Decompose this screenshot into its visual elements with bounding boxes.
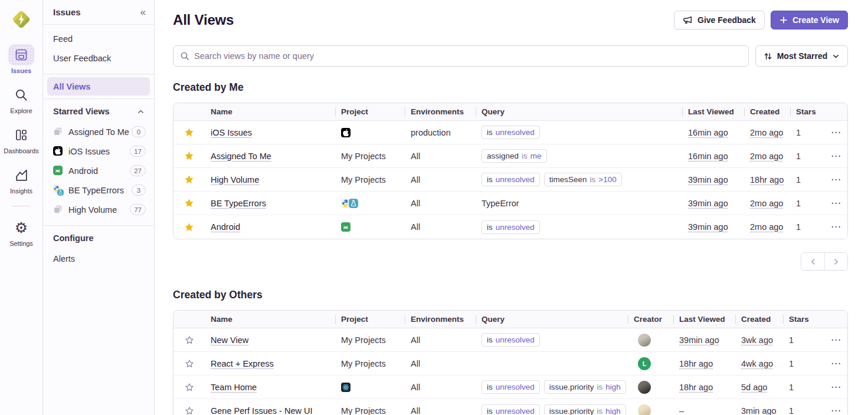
query-token: issue.priority [549, 407, 594, 415]
global-nav: Issues Explore Dashboards [0, 0, 43, 415]
name-cell: New View [205, 335, 335, 345]
view-name-link[interactable]: New View [211, 335, 248, 345]
view-name-link[interactable]: BE TypeErrors [211, 199, 266, 208]
last-viewed-value: 16min ago [688, 128, 728, 137]
row-actions-button[interactable]: ⋯ [827, 127, 845, 138]
sidebar-view-assigned-to-me[interactable]: Assigned To Me 0 [43, 122, 154, 141]
query-token: timesSeen [549, 175, 587, 184]
last-viewed-cell: 16min ago [682, 151, 744, 161]
row-actions-button[interactable]: ⋯ [827, 174, 845, 185]
megaphone-icon [683, 15, 693, 25]
create-view-button[interactable]: Create View [771, 11, 848, 29]
react-project-icon [341, 383, 351, 392]
query-token: is [597, 383, 603, 391]
query-token: is [597, 407, 603, 415]
row-actions-button[interactable]: ⋯ [827, 382, 845, 393]
column-header-created: Created [744, 107, 790, 116]
query-cell: isunresolved [476, 333, 628, 347]
unstar-button[interactable] [183, 197, 195, 209]
table-row[interactable]: New ViewMy ProjectsAllisunresolved39min … [173, 328, 847, 352]
last-viewed-cell: 39min ago [682, 199, 744, 208]
divider [43, 98, 154, 99]
star-button[interactable] [184, 358, 195, 370]
stars-cell: 1 [790, 199, 821, 208]
nav-item-explore[interactable]: Explore [8, 84, 34, 114]
star-cell [173, 334, 205, 346]
view-name-link[interactable]: Gene Perf Issues - New UI [211, 406, 312, 415]
created-cell: 3min ago [735, 406, 783, 415]
android-project-icon [341, 222, 351, 232]
nav-item-issues[interactable]: Issues [8, 44, 34, 74]
table-row[interactable]: iOS Issuesproductionisunresolved16min ag… [173, 121, 847, 144]
column-header-name: Name [205, 315, 335, 324]
row-actions-button[interactable]: ⋯ [827, 335, 845, 345]
last-viewed-cell: 39min ago [682, 222, 744, 232]
star-cell [173, 358, 205, 370]
issue-count-badge: 3 [132, 185, 146, 196]
collapse-sidebar-button[interactable]: « [140, 6, 146, 18]
unstar-button[interactable] [183, 221, 195, 233]
prev-page-button[interactable] [801, 253, 824, 270]
starred-views-heading[interactable]: Starred Views [43, 101, 154, 122]
sidebar-view-high-volume[interactable]: High Volume 77 [43, 200, 154, 219]
sidebar-view-ios-issues[interactable]: iOS Issues 17 [43, 141, 154, 161]
view-name-link[interactable]: iOS Issues [211, 128, 252, 137]
star-button[interactable] [184, 334, 195, 346]
table-row[interactable]: AndroidAllisunresolved39min ago2mo ago1⋯ [173, 215, 847, 239]
project-cell: My Projects [335, 335, 405, 345]
unstar-button[interactable] [183, 126, 195, 139]
item-label: Alerts [53, 254, 75, 264]
row-actions-button[interactable]: ⋯ [827, 358, 845, 369]
main-content: All Views Give Feedback Create View [155, 0, 868, 415]
view-name-link[interactable]: React + Express [211, 359, 274, 368]
table-row[interactable]: High VolumeMy ProjectsAllisunresolvedtim… [173, 168, 847, 192]
row-actions-button[interactable]: ⋯ [827, 198, 845, 209]
row-actions-button[interactable]: ⋯ [827, 406, 845, 415]
column-header-last-viewed: Last Viewed [673, 315, 735, 324]
next-page-button[interactable] [824, 253, 847, 270]
table-row[interactable]: BE TypeErrorsAllTypeError39min ago2mo ag… [173, 192, 847, 215]
view-name-link[interactable]: Assigned To Me [211, 151, 271, 161]
search-box[interactable] [173, 45, 749, 67]
chevron-up-icon [137, 108, 145, 116]
created-cell: 4wk ago [735, 359, 783, 368]
created-cell: 2mo ago [744, 199, 790, 208]
star-button[interactable] [184, 405, 195, 415]
row-actions-button[interactable]: ⋯ [827, 222, 845, 232]
search-input[interactable] [194, 51, 742, 61]
nav-item-insights[interactable]: Insights [8, 164, 34, 195]
give-feedback-button[interactable]: Give Feedback [674, 11, 765, 29]
row-actions-button[interactable]: ⋯ [827, 151, 845, 162]
view-name-link[interactable]: High Volume [211, 175, 259, 185]
view-name-link[interactable]: Android [211, 222, 240, 232]
view-name-link[interactable]: Team Home [211, 383, 257, 392]
star-button[interactable] [184, 381, 195, 393]
query-cell: isunresolved [476, 220, 682, 234]
sidebar-item-user-feedback[interactable]: User Feedback [43, 48, 154, 68]
org-logo[interactable] [9, 8, 33, 31]
view-label: Android [68, 166, 130, 176]
app-root: Issues Explore Dashboards [0, 0, 868, 415]
nav-item-dashboards[interactable]: Dashboards [4, 124, 38, 154]
view-label: Assigned To Me [68, 127, 132, 137]
creator-cell: L [628, 357, 673, 370]
nav-item-settings[interactable]: ⚙ Settings [8, 217, 34, 247]
unstar-button[interactable] [183, 173, 195, 186]
sort-dropdown-button[interactable]: Most Starred [755, 45, 848, 67]
name-cell: Android [205, 222, 335, 232]
table-row[interactable]: Gene Perf Issues - New UIMy ProjectsAlli… [173, 399, 847, 415]
nav-label: Dashboards [4, 147, 38, 154]
unstar-button[interactable] [183, 150, 195, 162]
table-row[interactable]: Assigned To MeMy ProjectsAllassignedisme… [173, 144, 847, 168]
sidebar-view-android[interactable]: Android 27 [43, 161, 154, 180]
table-row[interactable]: React + ExpressMy ProjectsAllL18hr ago4w… [173, 352, 847, 376]
table-row[interactable]: Team HomeAllisunresolvedissue.priorityis… [173, 376, 847, 399]
query-cell: isunresolvedissue.priorityishigh [476, 404, 628, 415]
sidebar-item-alerts[interactable]: Alerts [43, 249, 154, 268]
sidebar-item-feed[interactable]: Feed [43, 29, 154, 48]
sidebar-view-be-typeerrors[interactable]: BE TypeErrors 3 [43, 180, 154, 200]
query-token: is [522, 151, 528, 160]
sidebar-item-all-views[interactable]: All Views [47, 77, 150, 95]
name-cell: React + Express [205, 359, 335, 368]
created-value: 3wk ago [741, 335, 773, 345]
